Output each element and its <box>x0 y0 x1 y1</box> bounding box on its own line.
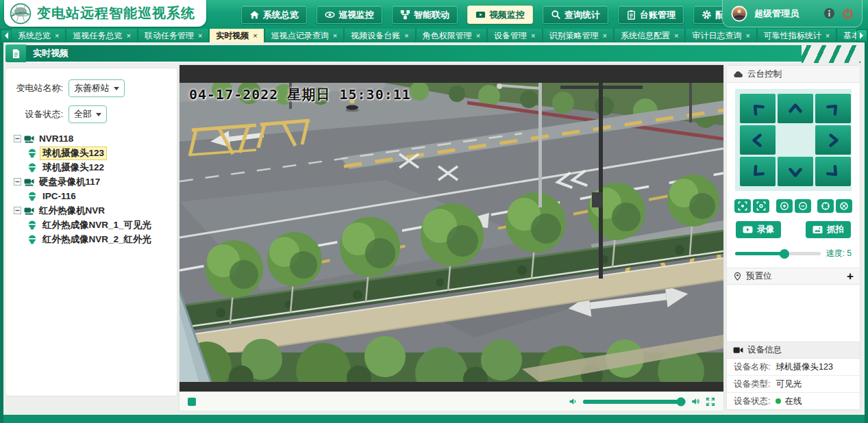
tab-close-icon[interactable]: × <box>198 31 202 40</box>
nav-search-button[interactable]: 查询统计 <box>543 5 608 24</box>
fullscreen-icon[interactable] <box>706 397 715 407</box>
street-scene <box>179 65 723 392</box>
tab-11[interactable]: 审计日志查询× <box>686 29 756 42</box>
tab-close-icon[interactable]: × <box>333 31 337 40</box>
tab-7[interactable]: 角色权限管理× <box>417 29 486 42</box>
tab-10[interactable]: 系统信息配置× <box>615 29 684 42</box>
pan-right-button[interactable] <box>815 125 851 155</box>
tree-collapse-icon[interactable] <box>14 178 21 185</box>
pan-down-right-button[interactable] <box>815 157 851 186</box>
dome-camera-icon <box>27 220 37 230</box>
volume-slider-thumb[interactable] <box>676 397 685 406</box>
tab-close-icon[interactable]: × <box>674 31 678 40</box>
tab-scroll-left-icon[interactable] <box>1 30 11 41</box>
focus-near-icon[interactable] <box>734 199 751 213</box>
tab-close-icon[interactable]: × <box>404 31 408 40</box>
pan-down-button[interactable] <box>778 157 813 186</box>
tab-9[interactable]: 识别策略管理× <box>543 29 613 42</box>
ptz-pad-center <box>778 125 813 155</box>
nav-home-button[interactable]: 系统总览 <box>241 5 307 24</box>
lens-controls-row <box>734 199 852 213</box>
nav-smart-link-button[interactable]: 智能联动 <box>392 5 458 24</box>
tree-node-camera[interactable]: 球机摄像头122 <box>27 160 171 175</box>
tree-collapse-icon[interactable] <box>14 207 21 214</box>
zoom-in-icon[interactable] <box>776 199 793 213</box>
dome-camera-icon <box>27 149 37 158</box>
tab-close-icon[interactable]: × <box>253 31 257 40</box>
tab-12[interactable]: 可靠性指标统计× <box>758 29 836 42</box>
tab-close-icon[interactable]: × <box>126 31 130 40</box>
tab-close-icon[interactable]: × <box>476 31 480 40</box>
tree-node-camera[interactable]: 红外热成像NVR_2_红外光 <box>27 232 171 246</box>
tab-scroll-right-icon[interactable] <box>857 30 867 41</box>
tree-node-parent[interactable]: 红外热像机NVR <box>14 203 171 218</box>
volume-high-icon[interactable] <box>691 397 700 406</box>
volume-slider[interactable] <box>583 400 686 404</box>
tab-6[interactable]: 视频设备台账× <box>345 29 414 42</box>
pan-up-left-arrow-icon <box>746 97 769 120</box>
live-video-view[interactable]: 04-17-2022 星期日 15:30:11 <box>179 65 723 392</box>
info-icon[interactable] <box>823 8 835 19</box>
pan-down-left-arrow-icon <box>746 160 769 183</box>
tree-node-camera[interactable]: IPC-116 <box>27 189 171 203</box>
pan-down-right-arrow-icon <box>821 160 845 183</box>
nav-video-button[interactable]: 视频监控 <box>467 5 533 24</box>
title-bar-stripes <box>802 45 860 63</box>
device-info-row: 设备类型:可见光 <box>727 376 860 393</box>
iris-close-icon[interactable] <box>836 199 852 213</box>
nav-ledger-button[interactable]: 台账管理 <box>618 5 684 24</box>
pan-left-button[interactable] <box>740 125 776 155</box>
volume-slider-fill <box>583 400 681 404</box>
iris-open-icon[interactable] <box>817 199 834 213</box>
dome-camera-icon <box>27 192 37 201</box>
search-icon <box>551 10 561 20</box>
tab-close-icon[interactable]: × <box>55 31 59 40</box>
device-info-header: 设备信息 <box>727 342 860 359</box>
tab-3[interactable]: 联动任务管理× <box>138 29 208 42</box>
volume-low-icon[interactable] <box>569 397 578 406</box>
speed-slider-thumb[interactable] <box>780 249 789 259</box>
device-info-row: 设备名称:球机摄像头123 <box>727 359 860 376</box>
control-panel: 云台控制 录像 抓拍 速度: 5 预 <box>726 65 860 411</box>
tree-collapse-icon[interactable] <box>14 135 21 142</box>
device-status-select[interactable]: 全部 <box>69 105 107 123</box>
pan-up-right-button[interactable] <box>815 94 851 123</box>
tab-8[interactable]: 设备管理× <box>488 29 541 42</box>
zoom-out-icon[interactable] <box>795 199 811 213</box>
user-avatar[interactable] <box>731 5 747 22</box>
tree-node-parent[interactable]: NVR118 <box>14 131 171 146</box>
tab-1[interactable]: 系统总览× <box>12 29 65 42</box>
tab-2[interactable]: 巡视任务总览× <box>66 29 136 42</box>
online-status-dot <box>776 398 781 404</box>
home-icon <box>249 10 260 20</box>
tab-close-icon[interactable]: × <box>531 31 535 40</box>
tab-bar: 系统总览×巡视任务总览×联动任务管理×实时视频×巡视点记录查询×视频设备台账×角… <box>0 29 868 42</box>
left-edge-border <box>0 42 3 423</box>
pan-left-arrow-icon <box>749 132 766 149</box>
video-icon <box>475 10 486 20</box>
tab-5[interactable]: 巡视点记录查询× <box>265 29 343 42</box>
tab-4[interactable]: 实时视频× <box>210 29 263 42</box>
nav-eye-button[interactable]: 巡视监控 <box>317 5 382 24</box>
tree-node-camera[interactable]: 球机摄像头123 <box>27 146 171 160</box>
tree-node-parent[interactable]: 硬盘录像机117 <box>14 175 171 189</box>
add-preset-button[interactable]: + <box>847 270 854 282</box>
tab-close-icon[interactable]: × <box>745 31 749 40</box>
tab-close-icon[interactable]: × <box>826 31 830 40</box>
tab-13[interactable]: 基本定义管理× <box>837 29 856 42</box>
player-controls-bar <box>179 392 723 411</box>
pan-down-left-button[interactable] <box>740 157 776 186</box>
video-card: 04-17-2022 星期日 15:30:11 <box>179 65 723 411</box>
tree-node-camera[interactable]: 红外热成像NVR_1_可见光 <box>27 218 171 232</box>
snapshot-button[interactable]: 抓拍 <box>806 221 851 238</box>
stop-button[interactable] <box>188 398 196 406</box>
station-select[interactable]: 东善桥站 <box>69 79 125 97</box>
pan-up-button[interactable] <box>778 94 813 123</box>
focus-far-icon[interactable] <box>753 199 769 213</box>
speed-slider[interactable] <box>735 252 821 255</box>
tab-close-icon[interactable]: × <box>603 31 607 40</box>
nvr-icon <box>24 206 34 216</box>
logout-power-icon[interactable] <box>842 8 854 19</box>
pan-up-left-button[interactable] <box>740 94 776 123</box>
record-button[interactable]: 录像 <box>736 221 781 238</box>
